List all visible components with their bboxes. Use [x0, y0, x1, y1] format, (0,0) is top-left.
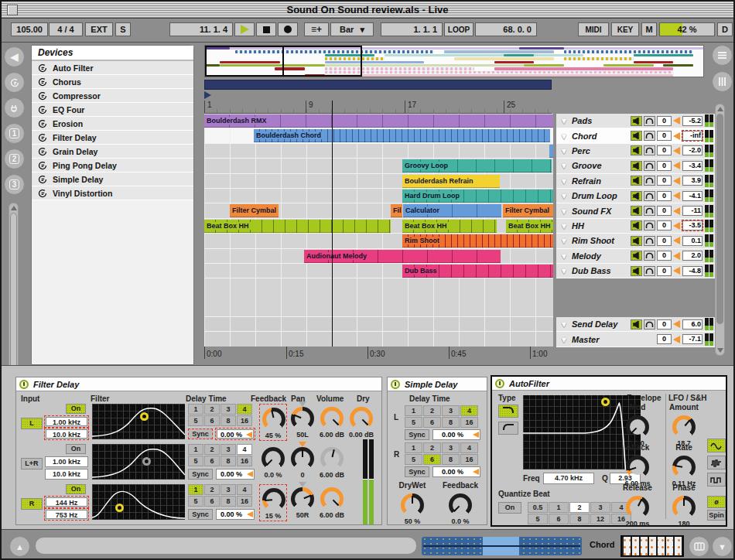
- start-marker-icon[interactable]: [204, 91, 211, 99]
- quantize-beat-grid-cell-6[interactable]: 6: [549, 514, 569, 524]
- volume-value[interactable]: -2.0: [682, 145, 703, 155]
- delay-time-grid-cell-2[interactable]: 2: [423, 442, 441, 453]
- quantize-beat-grid-cell-3[interactable]: 3: [590, 502, 610, 513]
- track-fold-icon[interactable]: ▼: [558, 146, 570, 155]
- delay-offset-field[interactable]: 0.00 %: [432, 429, 480, 440]
- quantize-beat-grid-cell-12[interactable]: 12: [590, 514, 610, 524]
- filter-display[interactable]: [92, 484, 185, 520]
- volume-slider-icon[interactable]: [673, 267, 680, 275]
- delay-time-grid-cell-16[interactable]: 16: [237, 456, 252, 466]
- volume-value[interactable]: -5.2: [682, 116, 703, 126]
- beat-time-ruler[interactable]: 191725: [204, 101, 552, 114]
- feedback-control-knob[interactable]: 0.0 %: [446, 490, 474, 528]
- arrangement-view-button[interactable]: [712, 71, 733, 92]
- scrollbar-thumb[interactable]: [716, 114, 723, 324]
- volume-slider-icon[interactable]: [673, 336, 680, 343]
- delay-time-grid-cell-6[interactable]: 6: [204, 415, 220, 426]
- pan-value[interactable]: 0: [657, 145, 672, 155]
- track-header-sound-fx[interactable]: ▼Sound FX0-11: [556, 203, 715, 218]
- volume-slider-icon[interactable]: [673, 147, 680, 155]
- delay-time-grid-cell-1[interactable]: 1: [405, 405, 422, 416]
- track-activator-button[interactable]: [631, 251, 642, 261]
- filter-on-button[interactable]: On: [66, 444, 86, 454]
- quantize-on-button[interactable]: On: [498, 502, 521, 514]
- simple-delay-title-bar[interactable]: Simple Delay: [388, 377, 487, 391]
- delay-time-grid-cell-3[interactable]: 3: [220, 444, 236, 455]
- loop-start-field[interactable]: 1. 1. 1: [381, 22, 443, 36]
- volume-value[interactable]: 3.9: [682, 176, 703, 186]
- browser-item-auto-filter[interactable]: Auto Filter: [32, 61, 193, 75]
- delay-time-grid-cell-5[interactable]: 5: [405, 417, 422, 428]
- clip-fil[interactable]: Fil: [391, 204, 402, 217]
- live-devices-button[interactable]: [4, 72, 25, 93]
- sync-button[interactable]: Sync: [188, 469, 213, 480]
- solo-cue-button[interactable]: [644, 266, 655, 276]
- filter-on-button[interactable]: On: [66, 404, 86, 414]
- pan-value[interactable]: 0: [657, 236, 672, 246]
- track-activator-button[interactable]: [631, 266, 642, 276]
- delay-time-grid-cell-6[interactable]: 6: [204, 496, 220, 507]
- sync-button[interactable]: Sync: [405, 429, 429, 440]
- clip-device-thumbnail[interactable]: [620, 535, 684, 557]
- clip-filter-cymbal[interactable]: Filter Cymbal: [503, 204, 553, 217]
- scroll-down-icon[interactable]: [717, 348, 723, 353]
- track-header-pads[interactable]: ▼Pads0-5.2: [556, 114, 715, 128]
- phase-control-knob[interactable]: 180: [670, 493, 698, 530]
- clip-beat-box-hh[interactable]: Beat Box HH: [506, 220, 553, 233]
- clip-boulderdash-chord[interactable]: Boulderdash Chord: [254, 129, 550, 142]
- filter-delay-title-bar[interactable]: Filter Delay: [16, 377, 381, 391]
- return-lane-row[interactable]: [204, 317, 553, 332]
- browser-item-vinyl-distortion[interactable]: Vinyl Distortion: [32, 186, 193, 200]
- volume-value[interactable]: -11: [682, 206, 703, 216]
- delay-time-grid-cell-16[interactable]: 16: [460, 454, 478, 465]
- delay-time-grid-cell-2[interactable]: 2: [204, 484, 220, 495]
- quantize-menu[interactable]: Bar ▾: [330, 22, 374, 36]
- record-button[interactable]: [278, 22, 298, 36]
- solo-cue-button[interactable]: [644, 251, 655, 261]
- hide-detail-button[interactable]: ▼: [712, 536, 733, 557]
- filter-display[interactable]: [92, 444, 185, 480]
- clip-boulderdash-refrain[interactable]: Boulderdash Refrain: [402, 175, 500, 188]
- show-detail-button[interactable]: [689, 536, 709, 557]
- track-header-dub-bass[interactable]: ▼Dub Bass0-4.8: [556, 264, 715, 278]
- volume-knob[interactable]: 6.00 dB: [318, 444, 346, 481]
- delay-time-grid-cell-4[interactable]: 4: [460, 442, 478, 453]
- return-lane-row[interactable]: [204, 332, 553, 347]
- delay-time-grid-cell-16[interactable]: 16: [237, 415, 252, 426]
- volume-slider-icon[interactable]: [673, 320, 680, 328]
- track-activator-button[interactable]: [631, 319, 642, 330]
- track-header-hh[interactable]: ▼HH0-3.5: [556, 219, 715, 234]
- arrangement-position-field[interactable]: 11. 1. 4: [169, 22, 233, 36]
- track-header-master[interactable]: ▼Master0-7.1: [556, 332, 715, 347]
- spin-button[interactable]: Spin: [707, 510, 726, 521]
- delay-time-grid-cell-5[interactable]: 5: [188, 496, 203, 507]
- filter-handle[interactable]: [140, 412, 149, 421]
- sync-button[interactable]: Sync: [405, 466, 429, 477]
- scroll-up-icon[interactable]: [717, 107, 723, 111]
- track-activator-button[interactable]: [631, 116, 642, 126]
- clip-boulderdash-rmx[interactable]: Boulderdash RMX: [204, 114, 553, 128]
- solo-cue-button[interactable]: [644, 116, 655, 126]
- volume-slider-icon[interactable]: [673, 117, 680, 125]
- scroll-up-icon[interactable]: [11, 206, 17, 210]
- track-lane-row[interactable]: [204, 174, 553, 189]
- loop-length-field[interactable]: 68. 0. 0: [475, 22, 537, 36]
- quantize-beat-grid-cell-0.5[interactable]: 0.5: [528, 502, 548, 513]
- device-power-icon[interactable]: [391, 380, 400, 389]
- plug-ins-button[interactable]: [4, 97, 25, 118]
- delay-time-grid-cell-8[interactable]: 8: [220, 456, 236, 466]
- pan-value[interactable]: 0: [657, 266, 672, 276]
- track-header-groove[interactable]: ▼Groove0-3.4: [556, 159, 715, 173]
- volume-value[interactable]: 0.1: [682, 236, 703, 246]
- delay-time-grid-cell-1[interactable]: 1: [405, 442, 422, 453]
- volume-slider-icon[interactable]: [673, 132, 680, 140]
- track-activator-button[interactable]: [631, 220, 642, 230]
- pan-value[interactable]: 0: [657, 251, 672, 261]
- autofilter-title-bar[interactable]: AutoFilter: [492, 377, 726, 391]
- tempo-field[interactable]: 105.00: [11, 22, 48, 36]
- pan-value[interactable]: 0: [657, 220, 672, 230]
- clip-groovy-loop[interactable]: Groovy Loop: [402, 159, 552, 172]
- delay-time-grid-cell-6[interactable]: 6: [423, 417, 441, 428]
- track-activator-button[interactable]: [631, 131, 642, 141]
- clip-fragment[interactable]: [549, 145, 553, 158]
